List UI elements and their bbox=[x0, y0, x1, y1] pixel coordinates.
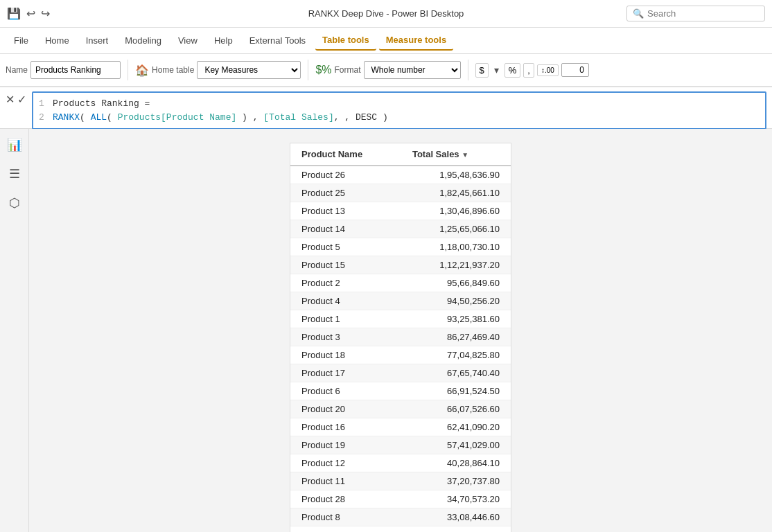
cell-product-name: Product 11 bbox=[290, 472, 401, 490]
home-icon: 🏠 bbox=[135, 64, 149, 77]
cell-product-name: Product 16 bbox=[290, 418, 401, 436]
table-row: Product 5 1,18,00,730.10 bbox=[290, 238, 511, 256]
report-view-icon[interactable]: 📊 bbox=[4, 134, 25, 155]
format-icon: $% bbox=[315, 64, 331, 76]
model-view-icon[interactable]: ⬡ bbox=[6, 193, 23, 213]
search-input[interactable] bbox=[647, 8, 744, 19]
format-group: $% Format Whole number Decimal number Cu… bbox=[315, 61, 460, 79]
hometable-select[interactable]: Key Measures bbox=[197, 61, 301, 79]
divider-1 bbox=[128, 60, 128, 80]
menu-modeling[interactable]: Modeling bbox=[118, 31, 168, 50]
table-row: Product 3 86,27,469.40 bbox=[290, 328, 511, 346]
formula-rest: , , DESC ) bbox=[334, 112, 388, 123]
app-title: RANKX Deep Dive - Power BI Desktop bbox=[308, 8, 464, 19]
formula-line-1: 1 Products Ranking = bbox=[39, 97, 760, 111]
name-group: Name bbox=[6, 61, 121, 79]
cancel-formula-button[interactable]: ✕ bbox=[6, 93, 15, 106]
cell-total-sales: 37,20,737.80 bbox=[401, 472, 511, 490]
dollar-button[interactable]: $ bbox=[475, 63, 489, 78]
title-bar: 💾 ↩ ↪ RANKX Deep Dive - Power BI Desktop… bbox=[0, 0, 772, 28]
menu-external-tools[interactable]: External Tools bbox=[243, 31, 313, 50]
cell-product-name: Product 4 bbox=[290, 292, 401, 310]
table-row: Product 12 40,28,864.10 bbox=[290, 454, 511, 472]
menu-table-tools[interactable]: Table tools bbox=[315, 30, 376, 51]
menu-insert[interactable]: Insert bbox=[79, 31, 116, 50]
cell-product-name: Product 25 bbox=[290, 184, 401, 202]
line-number-1: 1 bbox=[39, 97, 47, 111]
cell-product-name: Product 2 bbox=[290, 274, 401, 292]
menu-view[interactable]: View bbox=[171, 31, 204, 50]
table-row: Product 11 37,20,737.80 bbox=[290, 472, 511, 490]
table-row: Product 16 62,41,090.20 bbox=[290, 418, 511, 436]
data-table: Product Name Total Sales ▼ Product 26 1,… bbox=[290, 143, 511, 532]
cell-product-name: Product 1 bbox=[290, 310, 401, 328]
cell-total-sales: 1,18,00,730.10 bbox=[401, 238, 511, 256]
currency-group: $ ▾ % , ↕.00 bbox=[475, 63, 589, 78]
cell-total-sales: 32,07,812.60 bbox=[401, 526, 511, 533]
cell-total-sales: 1,82,45,661.10 bbox=[401, 184, 511, 202]
redo-icon[interactable]: ↪ bbox=[41, 7, 50, 20]
name-input[interactable] bbox=[30, 61, 121, 79]
table-row: Product 21 32,07,812.60 bbox=[290, 526, 511, 533]
cell-product-name: Product 5 bbox=[290, 238, 401, 256]
formula-line1-text: Products Ranking = bbox=[53, 97, 150, 111]
line-number-2: 2 bbox=[39, 111, 47, 125]
cell-total-sales: 67,65,740.40 bbox=[401, 364, 511, 382]
hometable-group: 🏠 Home table Key Measures bbox=[135, 61, 301, 79]
cell-total-sales: 66,07,526.60 bbox=[401, 400, 511, 418]
menu-file[interactable]: File bbox=[7, 31, 35, 50]
search-icon: 🔍 bbox=[633, 8, 644, 19]
format-select[interactable]: Whole number Decimal number Currency Per… bbox=[364, 61, 461, 79]
cell-product-name: Product 6 bbox=[290, 382, 401, 400]
table-row: Product 18 77,04,825.80 bbox=[290, 346, 511, 364]
rankx-fn: RANKX bbox=[53, 112, 80, 123]
menu-home[interactable]: Home bbox=[38, 31, 76, 50]
cell-product-name: Product 15 bbox=[290, 256, 401, 274]
data-view-icon[interactable]: ☰ bbox=[6, 163, 23, 184]
save-icon[interactable]: 💾 bbox=[7, 7, 21, 20]
decimal-button[interactable]: ↕.00 bbox=[537, 64, 559, 76]
title-bar-controls: 💾 ↩ ↪ bbox=[7, 7, 50, 20]
table-row: Product 4 94,50,256.20 bbox=[290, 292, 511, 310]
col-total-sales[interactable]: Total Sales ▼ bbox=[401, 143, 511, 166]
ribbon: Name 🏠 Home table Key Measures $% Format… bbox=[0, 54, 772, 87]
table-row: Product 15 1,12,21,937.20 bbox=[290, 256, 511, 274]
content-area: Product Name Total Sales ▼ Product 26 1,… bbox=[29, 129, 772, 532]
table-row: Product 6 66,91,524.50 bbox=[290, 382, 511, 400]
cell-product-name: Product 13 bbox=[290, 202, 401, 220]
formula-line-2: 2 RANKX( ALL( Products[Product Name] ) ,… bbox=[39, 111, 760, 125]
table-row: Product 28 34,70,573.20 bbox=[290, 490, 511, 508]
cell-product-name: Product 18 bbox=[290, 346, 401, 364]
cell-product-name: Product 20 bbox=[290, 400, 401, 418]
table-row: Product 26 1,95,48,636.90 bbox=[290, 166, 511, 184]
formula-editor[interactable]: 1 Products Ranking = 2 RANKX( ALL( Produ… bbox=[32, 91, 766, 130]
table-row: Product 1 93,25,381.60 bbox=[290, 310, 511, 328]
divider-3 bbox=[468, 60, 468, 80]
confirm-formula-button[interactable]: ✓ bbox=[17, 93, 26, 106]
undo-icon[interactable]: ↩ bbox=[26, 7, 35, 20]
number-input[interactable] bbox=[561, 63, 589, 77]
name-label: Name bbox=[6, 65, 28, 75]
cell-total-sales: 34,70,573.20 bbox=[401, 490, 511, 508]
formula-line2-content: RANKX( ALL( Products[Product Name] ) , [… bbox=[53, 111, 388, 125]
cell-total-sales: 95,66,849.60 bbox=[401, 274, 511, 292]
menu-measure-tools[interactable]: Measure tools bbox=[379, 30, 453, 51]
comma-button[interactable]: , bbox=[523, 63, 534, 78]
percent-button[interactable]: % bbox=[505, 63, 521, 78]
cell-product-name: Product 28 bbox=[290, 490, 401, 508]
sort-arrow-icon: ▼ bbox=[462, 151, 468, 159]
table-row: Product 13 1,30,46,896.60 bbox=[290, 202, 511, 220]
cell-total-sales: 40,28,864.10 bbox=[401, 454, 511, 472]
col-product-name[interactable]: Product Name bbox=[290, 143, 401, 166]
cell-total-sales: 62,41,090.20 bbox=[401, 418, 511, 436]
menu-help[interactable]: Help bbox=[207, 31, 240, 50]
cell-total-sales: 1,25,65,066.10 bbox=[401, 220, 511, 238]
cell-product-name: Product 3 bbox=[290, 328, 401, 346]
cell-total-sales: 1,95,48,636.90 bbox=[401, 166, 511, 184]
cell-total-sales: 66,91,524.50 bbox=[401, 382, 511, 400]
chevron-down-icon[interactable]: ▾ bbox=[491, 63, 502, 77]
search-box[interactable]: 🔍 bbox=[626, 6, 765, 21]
cell-product-name: Product 26 bbox=[290, 166, 401, 184]
cell-product-name: Product 17 bbox=[290, 364, 401, 382]
all-fn: ALL bbox=[91, 112, 107, 123]
